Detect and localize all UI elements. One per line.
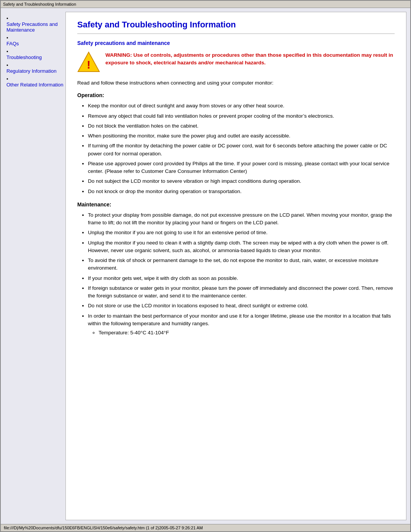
list-item: If turning off the monitor by detaching …: [88, 142, 395, 158]
list-item: If your monitor gets wet, wipe it with d…: [88, 275, 395, 282]
list-item: If foreign substance or water gets in yo…: [88, 284, 395, 300]
list-item: Do not block the ventilation holes on th…: [88, 122, 395, 130]
warning-icon: !: [77, 51, 100, 72]
browser-window: Safety and Troubleshooting Information •…: [0, 0, 411, 532]
sidebar-item-troubleshooting[interactable]: • Troubleshooting: [6, 49, 64, 60]
title-bar: Safety and Troubleshooting Information: [1, 1, 410, 8]
divider: [77, 34, 395, 34]
operation-heading: Operation:: [77, 92, 395, 98]
warning-text: WARNING: Use of controls, adjustments or…: [105, 51, 395, 67]
intro-text: Read and follow these instructions when …: [77, 79, 395, 87]
section-heading: Safety precautions and maintenance: [77, 40, 395, 46]
list-item: Keep the monitor out of direct sunlight …: [88, 102, 395, 110]
list-item: Do not knock or drop the monitor during …: [88, 188, 395, 195]
list-item: Unplug the monitor if you need to clean …: [88, 239, 395, 255]
temp-sub-item: Temperature: 5-40°C 41-104°F: [99, 329, 395, 337]
temp-sub-list: Temperature: 5-40°C 41-104°F: [88, 329, 395, 337]
status-bar: file:///D|/My%20Documents/dfu/150E6FB/EN…: [1, 524, 410, 531]
sidebar-item-faqs[interactable]: • FAQs: [6, 35, 64, 46]
maintenance-heading: Maintenance:: [77, 201, 395, 208]
sidebar-item-other[interactable]: • Other Related Information: [6, 76, 64, 88]
sidebar-link-troubleshooting[interactable]: Troubleshooting: [6, 54, 64, 60]
sidebar-link-safety[interactable]: Safety Precautions and Maintenance: [6, 21, 64, 33]
list-item: Do not subject the LCD monitor to severe…: [88, 177, 395, 185]
warning-box: ! WARNING: Use of controls, adjustments …: [77, 51, 395, 72]
title-bar-text: Safety and Troubleshooting Information: [3, 2, 76, 6]
status-bar-text: file:///D|/My%20Documents/dfu/150E6FB/EN…: [4, 526, 203, 530]
list-item: Do not store or use the LCD monitor in l…: [88, 302, 395, 310]
list-item: Unplug the monitor if you are not going …: [88, 229, 395, 236]
sidebar-link-regulatory[interactable]: Regulatory Information: [6, 68, 64, 74]
sidebar-item-regulatory[interactable]: • Regulatory Information: [6, 62, 64, 74]
maintenance-list: To protect your display from possible da…: [77, 211, 395, 337]
content-area: • Safety Precautions and Maintenance • F…: [1, 8, 410, 524]
main-content: Safety and Troubleshooting Information S…: [65, 12, 406, 520]
sidebar-item-safety[interactable]: • Safety Precautions and Maintenance: [6, 16, 64, 33]
operation-list: Keep the monitor out of direct sunlight …: [77, 102, 395, 195]
list-item: To avoid the risk of shock or permanent …: [88, 257, 395, 272]
list-item: In order to maintain the best performanc…: [88, 312, 395, 337]
list-item: Please use approved power cord provided …: [88, 160, 395, 176]
sidebar-link-other[interactable]: Other Related Information: [6, 82, 64, 88]
list-item: Remove any object that could fall into v…: [88, 112, 395, 120]
svg-text:!: !: [87, 58, 91, 71]
list-item: To protect your display from possible da…: [88, 211, 395, 227]
sidebar: • Safety Precautions and Maintenance • F…: [5, 12, 65, 520]
sidebar-link-faqs[interactable]: FAQs: [6, 41, 64, 46]
page-title: Safety and Troubleshooting Information: [77, 20, 395, 30]
list-item: When positioning the monitor, make sure …: [88, 132, 395, 140]
